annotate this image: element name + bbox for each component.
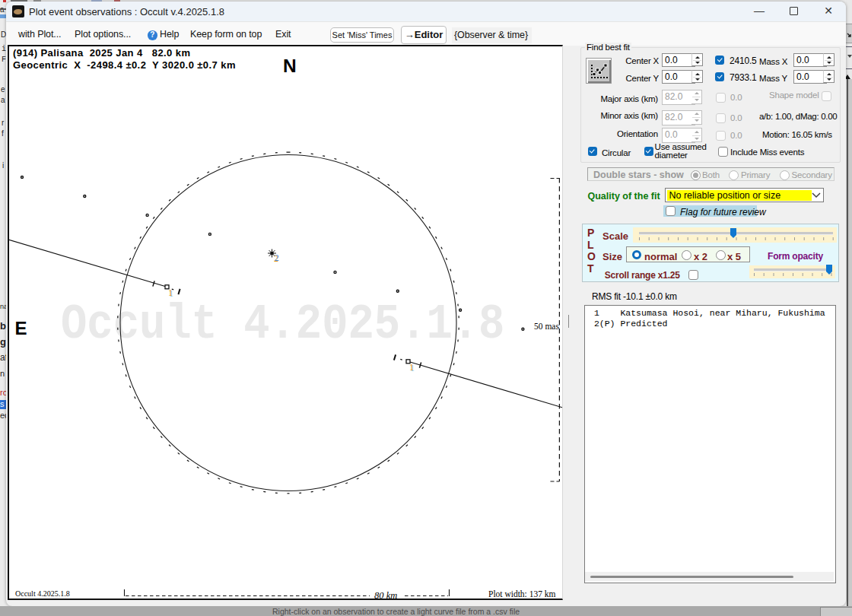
svg-text:Occult 4.2025.1.8: Occult 4.2025.1.8 [15, 589, 70, 598]
svg-text:2: 2 [275, 252, 279, 263]
svg-text:50 mas: 50 mas [534, 322, 559, 331]
svg-text:1: 1 [168, 287, 173, 298]
svg-text:80 km: 80 km [374, 590, 397, 599]
svg-text:1: 1 [409, 362, 414, 373]
svg-text:Plot width: 137 km: Plot width: 137 km [488, 589, 556, 599]
